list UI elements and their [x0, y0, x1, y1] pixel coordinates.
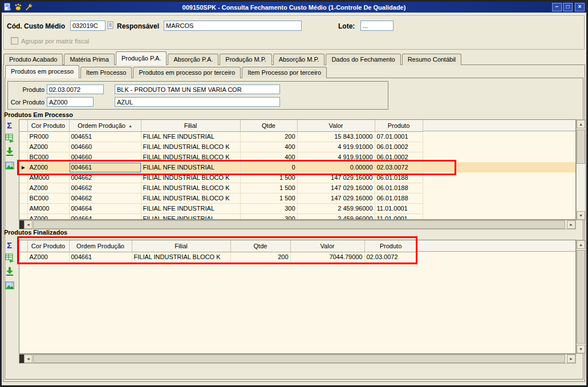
cell-qtde[interactable]: 1 500 — [240, 193, 297, 203]
cell-ordem-producao[interactable]: 004662 — [69, 172, 141, 183]
cell-valor[interactable]: 147 029.16000 — [297, 172, 375, 183]
column-header-ordem-producao[interactable]: Ordem Produção▲ — [69, 120, 141, 131]
column-header-cor-produto[interactable]: Cor Produto — [27, 120, 69, 131]
grid-splitter-handle[interactable] — [19, 354, 24, 363]
cell-qtde[interactable]: 200 — [230, 252, 290, 262]
tab-produtos-em-processo[interactable]: Produtos em processo — [5, 65, 79, 78]
produto-code-input[interactable] — [47, 84, 104, 94]
lote-input[interactable] — [360, 21, 394, 31]
table-row[interactable]: AZ000004664FILIAL NFE INDUSTRIAL3002 459… — [19, 213, 423, 220]
cell-ordem-producao[interactable]: 004662 — [69, 193, 141, 203]
cell-valor[interactable]: 15 843.10000 — [297, 131, 375, 142]
cell-produto[interactable]: 02.03.0072 — [364, 252, 417, 262]
cell-cor-produto[interactable]: AM000 — [27, 172, 69, 183]
cell-qtde[interactable]: 400 — [240, 142, 297, 152]
scroll-up-button[interactable]: ▲ — [577, 120, 585, 128]
cell-valor[interactable]: 2 459.96000 — [297, 213, 375, 220]
cell-qtde[interactable]: 200 — [240, 131, 297, 142]
tab-materia-prima[interactable]: Matéria Prima — [64, 54, 114, 65]
cell-ordem-producao[interactable]: 004660 — [69, 152, 141, 162]
cell-qtde[interactable]: 300 — [240, 213, 297, 220]
export-grid-icon[interactable] — [4, 253, 15, 264]
column-header-valor[interactable]: Valor — [290, 240, 364, 252]
cell-ordem-producao[interactable]: 004661 — [69, 252, 132, 262]
vertical-scrollbar[interactable]: ▲ ▼ — [576, 240, 586, 354]
cell-filial[interactable]: FILIAL INDUSTRIAL BLOCO K — [141, 152, 240, 162]
cell-cor-produto[interactable]: AM000 — [27, 203, 69, 213]
tab-item-processo-por-terceiro[interactable]: Item Processo por terceiro — [242, 67, 327, 78]
scroll-left-button[interactable]: ◄ — [24, 220, 33, 229]
cell-cor-produto[interactable]: AZ000 — [27, 213, 69, 220]
cell-cor-produto[interactable]: AZ000 — [27, 162, 69, 172]
cell-valor[interactable]: 4 919.91000 — [297, 142, 375, 152]
paw-icon[interactable] — [14, 3, 22, 11]
tab-producao-m-p[interactable]: Produção M.P. — [220, 54, 271, 65]
column-header-qtde[interactable]: Qtde — [240, 120, 297, 131]
table-row[interactable]: AM000004662FILIAL INDUSTRIAL BLOCO K1 50… — [19, 172, 423, 183]
cell-filial[interactable]: FILIAL INDUSTRIAL BLOCO K — [132, 252, 230, 262]
responsavel-input[interactable] — [164, 21, 302, 31]
cor-desc-input[interactable] — [115, 97, 280, 107]
tab-item-processo[interactable]: Item Processo — [80, 67, 132, 78]
column-header-filial[interactable]: Filial — [132, 240, 230, 252]
column-header-cor-produto[interactable]: Cor Produto — [27, 240, 69, 252]
field-lookup-icon[interactable] — [107, 21, 115, 30]
export-grid-icon[interactable] — [4, 133, 15, 144]
cell-filial[interactable]: FILIAL NFE INDUSTRIAL — [141, 203, 240, 213]
tab-produto-acabado[interactable]: Produto Acabado — [3, 54, 63, 65]
table-row[interactable]: BC000004660FILIAL INDUSTRIAL BLOCO K4004… — [19, 152, 423, 162]
cell-cor-produto[interactable]: AZ000 — [27, 252, 69, 262]
scroll-left-button[interactable]: ◄ — [24, 354, 33, 363]
cell-ordem-producao[interactable]: 004664 — [69, 213, 141, 220]
cell-produto[interactable]: 02.03.0072 — [375, 162, 423, 172]
cell-valor[interactable]: 147 029.16000 — [297, 183, 375, 193]
scroll-down-button[interactable]: ▼ — [577, 345, 585, 353]
export-report-icon[interactable] — [3, 3, 12, 11]
cell-cor-produto[interactable]: AZ000 — [27, 142, 69, 152]
cell-ordem-producao[interactable]: 004662 — [69, 183, 141, 193]
sum-icon[interactable]: Σ — [4, 240, 15, 251]
scroll-right-button[interactable]: ► — [567, 354, 575, 363]
cell-filial[interactable]: FILIAL NFE INDUSTRIAL — [141, 131, 240, 142]
horizontal-scrollbar[interactable]: ◄ ► — [19, 354, 576, 364]
cell-valor[interactable]: 0.00000 — [297, 162, 375, 172]
tab-absorcao-m-p[interactable]: Absorção M.P. — [273, 54, 325, 65]
cor-code-input[interactable] — [47, 97, 94, 107]
cell-ordem-producao[interactable]: 004660 — [69, 142, 141, 152]
cell-qtde[interactable]: 0 — [240, 162, 297, 172]
wrench-icon[interactable] — [24, 3, 33, 11]
scrollbar-thumb[interactable] — [33, 354, 565, 363]
column-header-filial[interactable]: Filial — [141, 120, 240, 131]
vertical-scrollbar[interactable]: ▲ ▼ — [576, 119, 586, 220]
cell-cor-produto[interactable]: PR000 — [27, 131, 69, 142]
cell-produto[interactable]: 06.01.0002 — [375, 152, 423, 162]
cell-cor-produto[interactable]: BC000 — [27, 152, 69, 162]
produto-desc-input[interactable] — [115, 84, 280, 94]
cell-ordem-producao[interactable]: 004661 — [69, 162, 141, 172]
cell-produto[interactable]: 07.01.0001 — [375, 131, 423, 142]
cell-qtde[interactable]: 400 — [240, 152, 297, 162]
column-header-valor[interactable]: Valor — [297, 120, 375, 131]
cell-qtde[interactable]: 1 500 — [240, 172, 297, 183]
cell-cor-produto[interactable]: AZ000 — [27, 183, 69, 193]
grid-splitter-handle[interactable] — [19, 220, 24, 229]
table-row[interactable]: PR000004651FILIAL NFE INDUSTRIAL20015 84… — [19, 131, 423, 142]
cell-valor[interactable]: 4 919.91000 — [297, 152, 375, 162]
cell-valor[interactable]: 2 459.96000 — [297, 203, 375, 213]
minimize-button[interactable]: − — [552, 3, 562, 11]
table-row[interactable]: AZ000004662FILIAL INDUSTRIAL BLOCO K1 50… — [19, 183, 423, 193]
scrollbar-thumb[interactable] — [577, 130, 585, 164]
image-icon[interactable] — [4, 160, 15, 171]
tab-resumo-contabil[interactable]: Resumo Contábil — [402, 54, 461, 65]
table-row[interactable]: AZ000004661FILIAL INDUSTRIAL BLOCO K2007… — [19, 252, 417, 262]
scroll-up-button[interactable]: ▲ — [577, 240, 585, 249]
column-header-produto[interactable]: Produto — [375, 120, 423, 131]
cell-produto[interactable]: 06.01.0188 — [375, 183, 423, 193]
image-icon[interactable] — [4, 280, 15, 291]
cell-produto[interactable]: 06.01.0188 — [375, 193, 423, 203]
cod-custo-medio-input[interactable] — [70, 21, 106, 31]
tab-dados-do-fechamento[interactable]: Dados do Fechamento — [326, 54, 400, 65]
cell-cor-produto[interactable]: BC000 — [27, 193, 69, 203]
scroll-right-button[interactable]: ► — [567, 220, 575, 229]
cell-qtde[interactable]: 1 500 — [240, 183, 297, 193]
